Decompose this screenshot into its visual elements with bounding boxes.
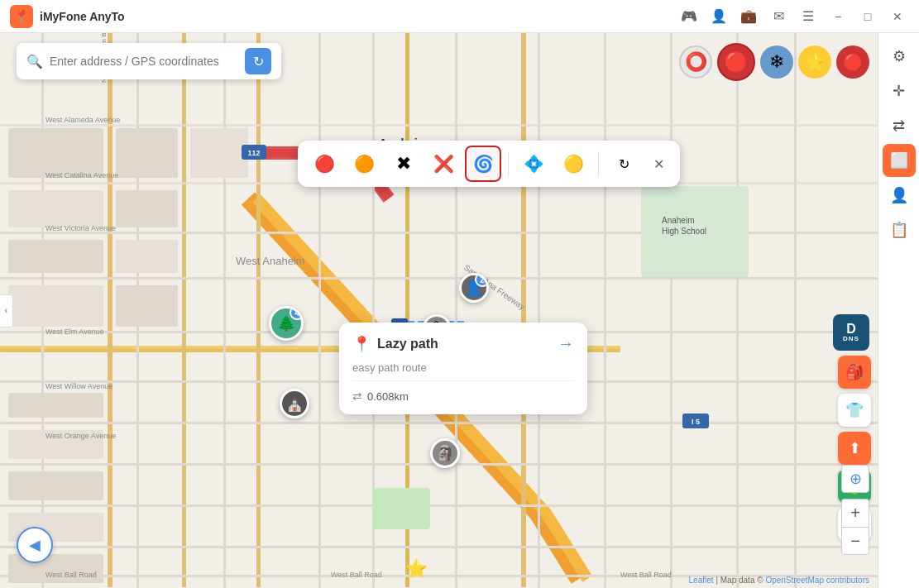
svg-rect-36 [116, 240, 178, 273]
search-bar: 🔍 ↻ [17, 43, 281, 79]
sidebar-toggle[interactable]: ‹ [0, 294, 13, 327]
svg-rect-34 [116, 190, 178, 227]
toolbar-close-btn[interactable]: ✕ [645, 151, 672, 177]
pokeball-avatar[interactable]: 🔴 [836, 45, 869, 79]
toolbar-divider-2 [598, 151, 599, 176]
discord-button[interactable]: 🎮 [677, 5, 701, 28]
svg-rect-5 [256, 33, 261, 587]
card-pin-icon: 📍 [352, 335, 371, 353]
svg-rect-22 [318, 33, 321, 588]
up-arrow-btn[interactable]: ⬆ [838, 432, 871, 465]
leaflet-link[interactable]: Leaflet [689, 576, 714, 585]
map-tool-route[interactable]: ⇄ [883, 109, 916, 142]
map-marker-2[interactable]: 🌲 4 [269, 306, 304, 341]
svg-rect-27 [670, 33, 672, 588]
map-background: 112 I 5 West Anaheim Anaheim Anaheim Hig… [0, 33, 919, 588]
close-button[interactable]: ✕ [886, 5, 909, 28]
main-area: ‹ [0, 33, 919, 588]
location-button[interactable]: ⊕ [841, 465, 869, 493]
pokeball-star[interactable]: ⭐ [798, 45, 831, 79]
zoom-controls: + − [841, 499, 869, 555]
map-tool-box[interactable]: ⬜ [883, 144, 916, 177]
card-title-text: Lazy path [377, 337, 438, 351]
card-header: 📍 Lazy path → [352, 334, 574, 353]
user-button[interactable]: 👤 [707, 5, 730, 28]
map-marker-1[interactable]: 👤 2 [459, 273, 489, 303]
email-button[interactable]: ✉ [767, 5, 790, 28]
map-tool-list[interactable]: 📋 [883, 213, 916, 246]
dns-label: DNS [843, 336, 859, 342]
svg-text:112: 112 [247, 149, 260, 157]
marker-icon-4: ⛪ [285, 394, 304, 413]
search-icon: 🔍 [26, 54, 43, 69]
map-tool-avatar[interactable]: 👤 [883, 179, 916, 212]
search-input[interactable] [50, 55, 245, 68]
card-distance: ⇄ 0.608km [352, 390, 574, 403]
pokeball-btn-5[interactable]: 🌀 [465, 146, 501, 182]
pokeball-btn-6[interactable]: 💠 [515, 146, 552, 182]
user-icon: 👤 [711, 8, 727, 24]
pokeball-btn-7[interactable]: 🟡 [555, 146, 591, 182]
pokeball-btn-4[interactable]: ❌ [425, 146, 462, 182]
toolbar-divider [508, 151, 509, 176]
bag-icon-btn[interactable]: 🎒 [838, 356, 871, 389]
pokeball-dark[interactable]: 🔴 [717, 43, 755, 81]
menu-button[interactable]: ☰ [797, 5, 820, 28]
svg-rect-26 [604, 33, 606, 588]
pokeball-btn-1[interactable]: 🔴 [306, 146, 342, 182]
card-title: 📍 Lazy path [352, 335, 438, 353]
map-data-label: | Map data © [716, 576, 765, 585]
svg-rect-39 [8, 393, 103, 418]
maximize-button[interactable]: □ [856, 5, 879, 28]
svg-rect-41 [8, 471, 103, 500]
refresh-toolbar-btn[interactable]: ↻ [605, 146, 642, 182]
app-logo-icon: 📍 [13, 8, 30, 24]
marker-icon-5: 🗿 [436, 444, 454, 462]
zoom-in-button[interactable]: + [841, 499, 869, 527]
bag-icon: 💼 [740, 8, 757, 24]
svg-text:West Ball Road: West Ball Road [331, 571, 382, 579]
svg-rect-21 [223, 33, 226, 588]
map-marker-4[interactable]: ⛪ [280, 389, 309, 418]
minimize-button[interactable]: − [826, 5, 850, 28]
map-container[interactable]: 112 I 5 West Anaheim Anaheim Anaheim Hig… [0, 33, 919, 588]
svg-rect-4 [182, 33, 186, 587]
star-marker-1[interactable]: ⭐ [405, 558, 428, 580]
svg-text:High School: High School [662, 227, 706, 236]
app-title: iMyFone AnyTo [40, 10, 677, 23]
shirt-icon-btn[interactable]: 👕 [838, 394, 871, 427]
pokeballs-overlay: ⭕ 🔴 ❄ ⭐ 🔴 [679, 43, 869, 81]
map-tool-settings[interactable]: ⚙ [883, 40, 916, 73]
email-icon: ✉ [773, 8, 784, 24]
svg-text:West Ball Road: West Ball Road [620, 571, 672, 579]
app-logo: 📍 [10, 5, 33, 28]
map-marker-5[interactable]: 🗿 [430, 438, 460, 468]
svg-rect-25 [538, 33, 540, 588]
svg-text:West Victoria Avenue: West Victoria Avenue [45, 224, 116, 232]
dns-icon: D [846, 323, 856, 336]
pokeball-btn-2[interactable]: 🟠 [346, 146, 382, 182]
svg-rect-28 [736, 33, 739, 588]
title-controls: 🎮 👤 💼 ✉ ☰ − □ ✕ [677, 5, 909, 28]
bag-button[interactable]: 💼 [737, 5, 760, 28]
pokeball-snowflake[interactable]: ❄ [760, 45, 793, 79]
zoom-out-button[interactable]: − [841, 527, 869, 555]
pokemon-toolbar: 🔴 🟠 ✖ ❌ 🌀 💠 🟡 ↻ ✕ [298, 141, 680, 187]
distance-value: 0.608km [367, 390, 409, 403]
pokeball-red[interactable]: ⭕ [679, 45, 712, 79]
svg-rect-38 [116, 285, 178, 327]
card-navigate-arrow[interactable]: → [558, 334, 574, 353]
refresh-button[interactable]: ↻ [245, 48, 271, 74]
svg-text:West Alameda Avenue: West Alameda Avenue [45, 116, 120, 124]
osm-link[interactable]: OpenStreetMap contributors [765, 576, 869, 585]
pokeball-btn-3[interactable]: ✖ [385, 146, 422, 182]
distance-icon: ⇄ [352, 390, 362, 403]
back-arrow-button[interactable]: ◀ [17, 527, 53, 563]
svg-text:West Ball Road: West Ball Road [45, 571, 97, 579]
svg-rect-30 [8, 128, 103, 178]
svg-text:West Orange Avenue: West Orange Avenue [45, 432, 116, 440]
dns-button[interactable]: D DNS [833, 314, 869, 351]
svg-text:West Anaheim: West Anaheim [236, 255, 305, 267]
map-tool-move[interactable]: ✛ [883, 74, 916, 108]
back-arrow-icon: ◀ [29, 536, 41, 554]
